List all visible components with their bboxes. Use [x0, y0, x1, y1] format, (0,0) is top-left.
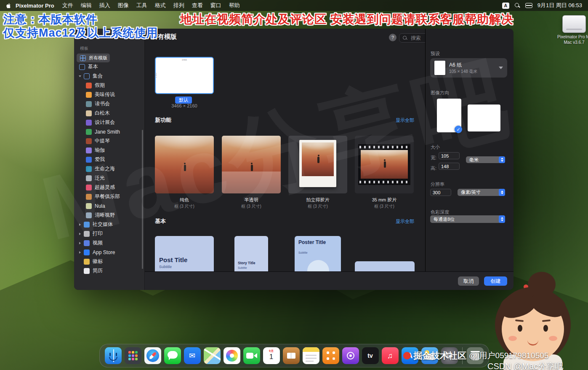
menu-bar-clock[interactable]: 9月1日 周日 06:53 — [537, 2, 582, 9]
sidebar-item-nula[interactable]: Nula — [83, 201, 142, 210]
sidebar-item-beyond-inspiration[interactable]: 超越灵感 — [83, 183, 142, 192]
sidebar-item-yoga[interactable]: 瑜伽 — [83, 146, 142, 155]
default-template-thumbnail[interactable]: 3466 2160 — [155, 57, 214, 94]
menu-view[interactable]: 查看 — [192, 2, 203, 9]
sidebar-item-print[interactable]: 打印 — [77, 229, 142, 238]
menu-format[interactable]: 格式 — [155, 2, 166, 9]
podcasts-icon[interactable] — [342, 347, 359, 364]
blush-left — [508, 336, 517, 341]
juejin-user-text: @ 用户059179810505 — [469, 350, 548, 361]
template-card-translucent[interactable] — [222, 136, 281, 193]
height-input[interactable] — [439, 163, 460, 170]
sidebar-item-jane-smith[interactable]: Jane Smith — [83, 127, 142, 136]
menu-tools[interactable]: 工具 — [136, 2, 147, 9]
sidebar-item-viola[interactable]: 中提琴 — [83, 137, 142, 145]
orientation-landscape[interactable] — [468, 105, 500, 131]
launchpad-icon[interactable] — [125, 347, 141, 364]
active-app-name[interactable]: Pixelmator Pro — [16, 3, 54, 9]
chevron-down-icon — [499, 67, 503, 69]
width-input[interactable] — [439, 152, 460, 159]
show-all-link-whats-new[interactable]: 显示全部 — [396, 117, 414, 123]
preset-dropdown[interactable]: A6 纸 105 × 148 毫米 — [430, 58, 507, 78]
input-source-icon[interactable]: A — [502, 3, 509, 9]
unit-select[interactable]: 毫米 — [466, 156, 505, 163]
sidebar-item-white-pine[interactable]: 白松木 — [83, 109, 142, 118]
template-card-solid-color[interactable] — [155, 136, 214, 193]
sidebar-item-collections[interactable]: 集合 — [77, 72, 142, 80]
sidebar-item-design-expo[interactable]: 设计展会 — [83, 118, 142, 127]
spotlight-search-icon[interactable] — [515, 3, 520, 8]
resolution-unit-select[interactable]: 像素/英寸 — [458, 189, 505, 196]
sidebar-item-video[interactable]: 视频 — [77, 239, 142, 247]
chevron-right-icon[interactable] — [79, 251, 81, 254]
mail-icon[interactable]: ✉ — [184, 347, 201, 364]
menu-window[interactable]: 窗口 — [210, 2, 221, 9]
jane-smith-icon — [86, 129, 92, 135]
chevron-right-icon[interactable] — [79, 223, 81, 226]
calendar-icon[interactable]: 9月 1 — [263, 347, 280, 364]
apple-tv-icon[interactable]: tv — [362, 347, 379, 364]
film-photo — [361, 150, 408, 179]
sidebar-item-app-store[interactable]: App Store — [77, 248, 142, 257]
resolution-input[interactable] — [430, 189, 451, 196]
figure-silhouette — [317, 157, 319, 163]
template-width-label: 3466 — [162, 59, 208, 62]
menu-file[interactable]: 文件 — [62, 2, 73, 9]
csdn-watermark: CSDN @Mac分享吧 — [487, 361, 563, 370]
social-media-icon — [84, 222, 90, 228]
sidebar-item-clear-view[interactable]: 清晰视野 — [83, 211, 142, 220]
apple-menu-icon[interactable] — [6, 3, 11, 9]
messages-icon[interactable] — [164, 347, 181, 364]
sidebar-item-resume[interactable]: 简历 — [77, 266, 142, 275]
viola-icon — [86, 138, 92, 144]
sidebar-item-breakfast-club[interactable]: 早餐俱乐部 — [83, 192, 142, 201]
menu-insert[interactable]: 插入 — [99, 2, 110, 9]
show-all-link-basic[interactable]: 显示全部 — [396, 218, 414, 225]
menu-help[interactable]: 帮助 — [229, 2, 240, 9]
template-card-post[interactable]: Post Title Subtitle — [155, 236, 214, 272]
tasty-tales-icon — [86, 92, 92, 98]
sidebar-item-social-media[interactable]: 社交媒体 — [77, 220, 142, 229]
window-footer: 取消 创建 — [145, 271, 514, 290]
notes-icon[interactable] — [303, 347, 319, 364]
chevron-right-icon[interactable] — [79, 242, 81, 244]
template-card-poster[interactable]: Poster Title Subtitle — [295, 236, 341, 272]
music-icon[interactable]: ♫ — [382, 347, 399, 364]
section-title-whats-new: 新功能 — [155, 116, 171, 124]
template-card-polaroid[interactable] — [288, 136, 347, 193]
yoga-icon — [86, 147, 92, 153]
cancel-button[interactable]: 取消 — [458, 276, 479, 286]
chevron-down-icon[interactable] — [79, 75, 81, 77]
template-card-35mm-film[interactable] — [355, 136, 414, 193]
control-center-icon[interactable] — [525, 3, 532, 8]
color-depth-select[interactable]: 每通道8位 — [430, 215, 505, 223]
a6-paper-icon — [434, 61, 445, 75]
menu-edit[interactable]: 编辑 — [81, 2, 92, 9]
sidebar-item-holiday[interactable]: 假期 — [83, 81, 142, 90]
sidebar-item-sea-of-life[interactable]: 生命之海 — [83, 164, 142, 173]
color-depth-label: 色彩深度 — [431, 209, 449, 215]
finder-icon[interactable] — [105, 347, 122, 364]
facetime-icon[interactable] — [243, 347, 260, 364]
books-icon[interactable] — [283, 347, 300, 364]
sidebar-item-basic[interactable]: 基本 — [77, 62, 142, 71]
help-button[interactable]: ? — [389, 34, 396, 41]
photos-icon[interactable] — [223, 347, 240, 364]
menu-image[interactable]: 图像 — [118, 2, 129, 9]
chevron-right-icon[interactable] — [79, 233, 81, 235]
sidebar-item-book-club[interactable]: 读书会 — [83, 99, 142, 108]
safari-icon[interactable] — [144, 347, 161, 364]
sidebar-item-all-templates[interactable]: 所有模版 — [77, 54, 110, 62]
menu-arrange[interactable]: 排列 — [173, 2, 184, 9]
template-card-partial[interactable] — [355, 261, 415, 272]
sidebar-item-tasty-tales[interactable]: 美味传说 — [83, 90, 142, 99]
sidebar-item-flood-light[interactable]: 泛光 — [83, 174, 142, 182]
desktop-disk-image[interactable]: Pixelmator Pro for Mac v3.6.7 — [554, 15, 588, 45]
sidebar-item-love-me[interactable]: 爱我 — [83, 155, 142, 164]
maps-icon[interactable] — [204, 347, 221, 364]
sidebar-item-logo[interactable]: 徽标 — [77, 257, 142, 266]
sidebar-scrollbar[interactable] — [142, 130, 143, 269]
template-card-story[interactable]: Story Title Subtitle — [234, 236, 268, 272]
disk-drive-icon[interactable] — [562, 15, 586, 33]
calculator-icon[interactable] — [322, 347, 339, 364]
